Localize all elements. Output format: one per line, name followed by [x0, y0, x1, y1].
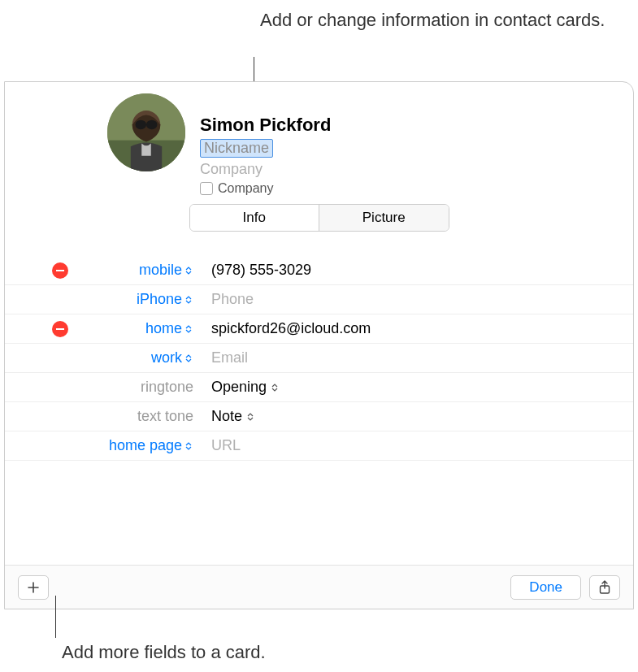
svg-point-4 — [146, 120, 157, 130]
minus-icon — [56, 328, 64, 330]
field-label: mobile — [139, 262, 182, 279]
company-checkbox[interactable] — [200, 182, 213, 195]
field-row: home pageURL — [5, 431, 633, 461]
field-label: home — [145, 320, 182, 337]
remove-field-button[interactable] — [52, 321, 68, 337]
company-checkbox-label: Company — [218, 181, 273, 196]
field-row: workEmail — [5, 344, 633, 373]
field-label-popup[interactable]: home page — [76, 437, 198, 454]
field-value[interactable]: URL — [198, 437, 241, 454]
company-checkbox-row: Company — [200, 181, 331, 196]
field-row: mobile(978) 555-3029 — [5, 256, 633, 285]
field-label-popup[interactable]: mobile — [76, 262, 198, 279]
field-label-popup: ringtone — [76, 379, 198, 396]
field-label: ringtone — [141, 379, 193, 396]
field-value[interactable]: Opening — [198, 379, 280, 396]
callout-bottom: Add more fields to a card. — [62, 642, 266, 663]
field-value[interactable]: Phone — [198, 291, 254, 308]
field-label-popup[interactable]: iPhone — [76, 291, 198, 308]
nickname-field[interactable]: Nickname — [200, 139, 273, 158]
callout-line — [55, 596, 56, 638]
callout-top: Add or change information in contact car… — [260, 8, 605, 33]
share-button[interactable] — [589, 575, 620, 600]
card-footer: Done — [5, 565, 633, 609]
plus-icon — [27, 581, 40, 594]
company-field[interactable]: Company — [200, 161, 331, 178]
field-label: text tone — [137, 408, 193, 425]
contact-avatar[interactable] — [107, 93, 185, 171]
card-header: Simon Pickford Nickname Company Company — [5, 82, 633, 204]
avatar-image — [107, 93, 185, 171]
share-icon — [598, 580, 611, 595]
tab-info[interactable]: Info — [190, 205, 319, 231]
contact-card-window: Simon Pickford Nickname Company Company … — [4, 81, 634, 609]
field-value[interactable]: Note — [198, 408, 255, 425]
field-label-popup: text tone — [76, 408, 198, 425]
field-value[interactable]: Email — [198, 349, 248, 366]
field-label: home page — [109, 437, 182, 454]
field-row: ringtoneOpening — [5, 373, 633, 402]
minus-icon — [56, 270, 64, 271]
field-row: homespickford26@icloud.com — [5, 314, 633, 344]
name-block: Simon Pickford Nickname Company Company — [200, 93, 331, 204]
field-label: work — [151, 349, 182, 366]
svg-rect-5 — [145, 124, 147, 125]
tab-picture[interactable]: Picture — [319, 205, 449, 231]
field-value[interactable]: (978) 555-3029 — [198, 262, 311, 279]
add-field-button[interactable] — [18, 575, 49, 600]
field-label-popup[interactable]: work — [76, 349, 198, 366]
fields-list: mobile(978) 555-3029iPhonePhonehomespick… — [5, 256, 633, 461]
field-label-popup[interactable]: home — [76, 320, 198, 337]
done-button[interactable]: Done — [510, 575, 581, 600]
field-label: iPhone — [137, 291, 182, 308]
contact-name[interactable]: Simon Pickford — [200, 115, 331, 136]
svg-point-3 — [136, 120, 146, 130]
info-picture-tabs: Info Picture — [189, 204, 449, 232]
remove-field-button[interactable] — [52, 262, 68, 279]
field-row: iPhonePhone — [5, 285, 633, 314]
field-row: text toneNote — [5, 402, 633, 431]
field-value[interactable]: spickford26@icloud.com — [198, 320, 371, 337]
